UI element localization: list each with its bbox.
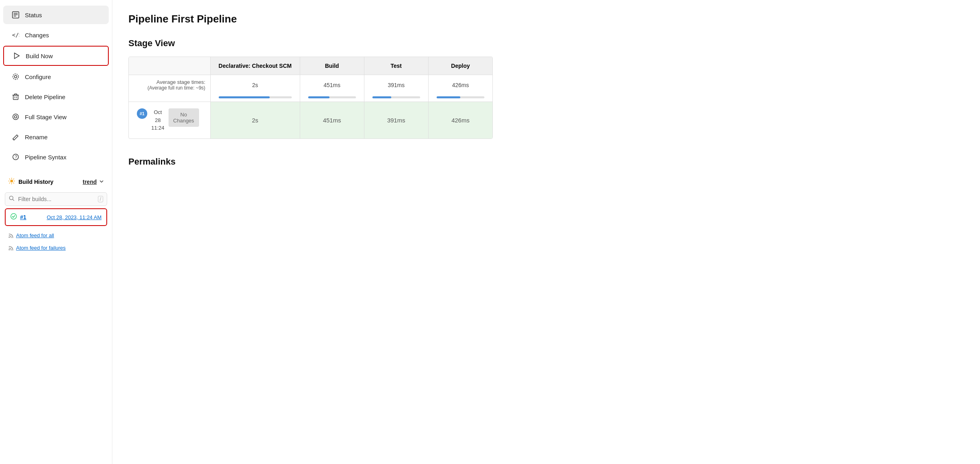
stage-result-build[interactable]: 451ms bbox=[300, 102, 364, 138]
avg-stage-times-label: Average stage times: bbox=[134, 79, 205, 85]
page-title: Pipeline First Pipeline bbox=[128, 13, 964, 25]
sidebar-item-full-stage-view-label: Full Stage View bbox=[25, 114, 67, 120]
svg-point-6 bbox=[14, 75, 17, 78]
avg-time-deploy: 426ms bbox=[428, 75, 492, 95]
delete-icon bbox=[11, 92, 20, 101]
atom-feed-failures-label: Atom feed for failures bbox=[16, 245, 66, 251]
stage-header-checkout: Declarative: Checkout SCM bbox=[210, 57, 300, 75]
filter-builds-container: / bbox=[5, 192, 107, 206]
stage-header-test: Test bbox=[364, 57, 428, 75]
svg-point-7 bbox=[13, 74, 18, 79]
no-changes-badge: No Changes bbox=[169, 108, 199, 127]
build-badge[interactable]: #1 bbox=[137, 108, 147, 119]
sidebar: Status </> Changes Build Now Configure bbox=[0, 0, 112, 464]
atom-feed-failures-link[interactable]: Atom feed for failures bbox=[8, 245, 66, 251]
sidebar-item-full-stage-view[interactable]: Full Stage View bbox=[3, 108, 109, 126]
sidebar-item-changes[interactable]: </> Changes bbox=[3, 26, 109, 44]
build-number[interactable]: #1 bbox=[20, 214, 26, 220]
svg-point-16 bbox=[14, 116, 17, 118]
sidebar-item-configure-label: Configure bbox=[25, 73, 51, 80]
stage-result-checkout[interactable]: 2s bbox=[210, 102, 300, 138]
stage-result-test[interactable]: 391ms bbox=[364, 102, 428, 138]
permalinks-section: Permalinks bbox=[128, 157, 964, 167]
status-icon bbox=[11, 10, 20, 19]
svg-point-31 bbox=[11, 214, 16, 219]
stage-header-build: Build bbox=[300, 57, 364, 75]
atom-feed-all-link[interactable]: Atom feed for all bbox=[8, 232, 54, 238]
sidebar-item-pipeline-syntax[interactable]: ? Pipeline Syntax bbox=[3, 148, 109, 166]
rename-icon bbox=[11, 132, 20, 141]
atom-feed-all-label: Atom feed for all bbox=[16, 232, 54, 238]
build-status-icon bbox=[10, 213, 17, 221]
svg-line-27 bbox=[13, 179, 14, 179]
build-history-section: Build History trend / bbox=[0, 173, 112, 256]
build-item-left: #1 bbox=[10, 213, 26, 221]
build-history-header-left: Build History bbox=[8, 177, 53, 186]
build-history-header: Build History trend bbox=[3, 173, 109, 190]
sidebar-item-delete-pipeline-label: Delete Pipeline bbox=[25, 94, 65, 100]
sidebar-item-delete-pipeline[interactable]: Delete Pipeline bbox=[3, 88, 109, 106]
sidebar-item-pipeline-syntax-label: Pipeline Syntax bbox=[25, 154, 66, 161]
svg-line-30 bbox=[13, 199, 14, 201]
build-info-cell: #1 Oct 28 11:24 No Changes bbox=[129, 102, 210, 138]
full-stage-view-icon bbox=[11, 112, 20, 121]
sidebar-item-build-now-label: Build Now bbox=[26, 53, 53, 59]
configure-icon bbox=[11, 72, 20, 81]
avg-time-checkout: 2s bbox=[210, 75, 300, 95]
stage-view-container: Declarative: Checkout SCM Build Test Dep… bbox=[128, 57, 493, 139]
filter-builds-input[interactable] bbox=[5, 192, 107, 206]
sidebar-item-rename[interactable]: Rename bbox=[3, 128, 109, 146]
atom-feeds: Atom feed for all Atom feed for failures bbox=[3, 228, 109, 256]
avg-time-row: Average stage times: (Average full run t… bbox=[129, 75, 492, 95]
pipeline-syntax-icon: ? bbox=[11, 153, 20, 161]
build-history-icon bbox=[8, 177, 15, 186]
svg-line-26 bbox=[13, 183, 14, 183]
sidebar-item-build-now[interactable]: Build Now bbox=[3, 46, 109, 66]
build-stage-row: #1 Oct 28 11:24 No Changes 2s 451ms 391m… bbox=[129, 102, 492, 138]
svg-marker-5 bbox=[14, 53, 19, 59]
bar-test bbox=[364, 95, 428, 102]
stage-header-deploy: Deploy bbox=[428, 57, 492, 75]
bar-deploy bbox=[428, 95, 492, 102]
bar-checkout bbox=[210, 95, 300, 102]
avg-bar-row bbox=[129, 95, 492, 102]
stage-header-avg-label bbox=[129, 57, 210, 75]
stage-table: Declarative: Checkout SCM Build Test Dep… bbox=[129, 57, 492, 138]
filter-shortcut: / bbox=[98, 196, 103, 202]
main-content: Pipeline First Pipeline Stage View Decla… bbox=[112, 0, 980, 464]
stage-result-deploy[interactable]: 426ms bbox=[428, 102, 492, 138]
svg-point-32 bbox=[9, 236, 10, 238]
svg-point-15 bbox=[13, 114, 18, 120]
svg-rect-8 bbox=[13, 95, 18, 100]
trend-link[interactable]: trend bbox=[83, 179, 97, 185]
changes-icon: </> bbox=[11, 31, 20, 39]
sidebar-item-changes-label: Changes bbox=[25, 32, 49, 39]
avg-time-build: 451ms bbox=[300, 75, 364, 95]
svg-text:?: ? bbox=[15, 155, 17, 159]
sidebar-item-status[interactable]: Status bbox=[3, 6, 109, 24]
build-history-label: Build History bbox=[18, 179, 53, 185]
svg-line-28 bbox=[9, 183, 10, 183]
sidebar-item-configure[interactable]: Configure bbox=[3, 67, 109, 86]
build-now-icon bbox=[12, 51, 21, 60]
chevron-down-icon[interactable] bbox=[99, 179, 104, 185]
sidebar-item-status-label: Status bbox=[25, 12, 42, 18]
permalinks-title: Permalinks bbox=[128, 157, 964, 167]
build-list-item[interactable]: #1 Oct 28, 2023, 11:24 AM bbox=[5, 208, 107, 226]
svg-text:</>: </> bbox=[12, 32, 19, 38]
bar-build bbox=[300, 95, 364, 102]
build-date[interactable]: Oct 28, 2023, 11:24 AM bbox=[47, 214, 102, 220]
avg-run-time-label: (Average full run time: ~9s) bbox=[134, 85, 205, 91]
sidebar-item-rename-label: Rename bbox=[25, 134, 48, 140]
stage-header-row: Declarative: Checkout SCM Build Test Dep… bbox=[129, 57, 492, 75]
stage-view-title: Stage View bbox=[128, 38, 964, 49]
svg-line-17 bbox=[13, 139, 14, 140]
svg-line-25 bbox=[9, 179, 10, 179]
build-date-info: Oct 28 11:24 bbox=[151, 108, 165, 132]
svg-point-20 bbox=[10, 180, 13, 183]
svg-point-33 bbox=[9, 249, 10, 250]
search-icon bbox=[9, 195, 14, 203]
avg-time-test: 391ms bbox=[364, 75, 428, 95]
svg-point-29 bbox=[10, 196, 13, 200]
